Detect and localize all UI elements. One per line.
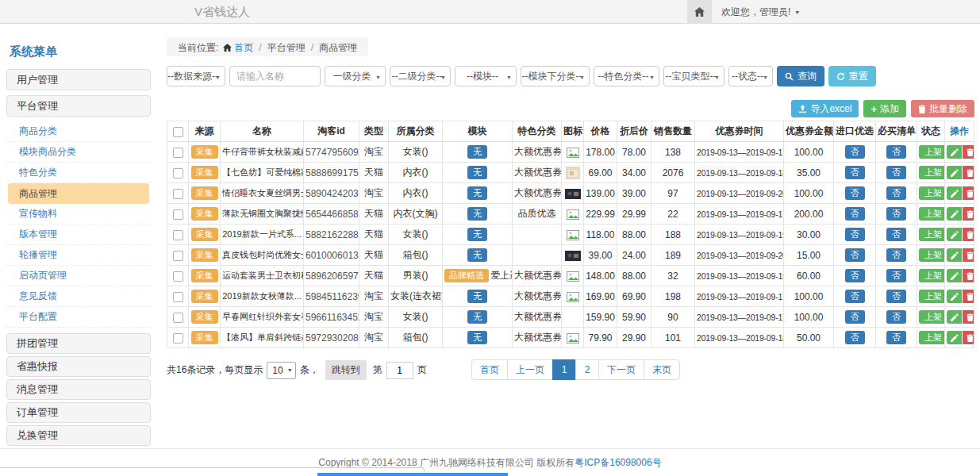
- row-checkbox[interactable]: [173, 230, 183, 240]
- edit-button[interactable]: [947, 207, 962, 221]
- edit-button[interactable]: [947, 310, 962, 324]
- jump-button[interactable]: 跳转到: [325, 360, 367, 380]
- sidebar-group[interactable]: 订单管理: [6, 402, 151, 423]
- filter-select[interactable]: --模块--▼: [455, 66, 517, 86]
- row-checkbox[interactable]: [173, 333, 183, 344]
- filter-select[interactable]: --模块下分类--▼: [521, 66, 590, 86]
- delete-button[interactable]: [963, 290, 974, 303]
- row-checkbox[interactable]: [173, 292, 183, 302]
- edit-button[interactable]: [947, 269, 962, 282]
- status-on-shelf-button[interactable]: 上架: [919, 248, 945, 262]
- import-select-toggle[interactable]: 否: [845, 166, 865, 179]
- status-on-shelf-button[interactable]: 上架: [919, 145, 945, 159]
- import-select-toggle[interactable]: 否: [845, 207, 865, 221]
- sidebar-subitem[interactable]: 版本管理: [6, 225, 151, 245]
- import-select-toggle[interactable]: 否: [845, 290, 865, 303]
- sidebar-group[interactable]: 省惠快报: [6, 356, 151, 377]
- filter-select[interactable]: --特色分类--▼: [594, 66, 659, 86]
- edit-button[interactable]: [947, 145, 962, 159]
- status-on-shelf-button[interactable]: 上架: [919, 207, 945, 221]
- delete-button[interactable]: [963, 228, 974, 241]
- delete-button[interactable]: [963, 207, 974, 221]
- filter-select[interactable]: --状态--▼: [728, 66, 773, 86]
- filter-select[interactable]: --宝贝类型--▼: [663, 66, 724, 86]
- edit-button[interactable]: [947, 228, 962, 241]
- must-buy-toggle[interactable]: 否: [886, 207, 906, 221]
- edit-button[interactable]: [947, 186, 962, 200]
- import-select-toggle[interactable]: 否: [845, 145, 865, 159]
- delete-button[interactable]: [963, 331, 974, 344]
- pager-page-2[interactable]: 2: [575, 359, 599, 380]
- user-menu[interactable]: 欢迎您，管理员! ▼: [721, 6, 800, 19]
- sidebar-subitem[interactable]: 平台配置: [6, 307, 151, 328]
- page-number-input[interactable]: [386, 362, 413, 379]
- edit-button[interactable]: [947, 331, 962, 344]
- sidebar-subitem[interactable]: 模块商品分类: [6, 142, 151, 163]
- delete-button[interactable]: [963, 145, 974, 159]
- filter-select[interactable]: --数据来源--▼: [167, 66, 225, 86]
- status-on-shelf-button[interactable]: 上架: [919, 186, 945, 200]
- must-buy-toggle[interactable]: 否: [886, 290, 906, 303]
- row-checkbox[interactable]: [173, 148, 183, 158]
- status-on-shelf-button[interactable]: 上架: [919, 269, 945, 282]
- filter-select[interactable]: --二级分类--▼: [390, 66, 451, 86]
- delete-button[interactable]: [963, 186, 974, 200]
- row-checkbox[interactable]: [173, 313, 183, 323]
- must-buy-toggle[interactable]: 否: [886, 248, 906, 262]
- sidebar-subitem[interactable]: 轮播管理: [6, 245, 151, 266]
- pager-next[interactable]: 下一页: [598, 359, 644, 380]
- import-select-toggle[interactable]: 否: [845, 186, 865, 200]
- delete-button[interactable]: [963, 269, 974, 282]
- sidebar-subitem[interactable]: 宣传物料: [6, 204, 151, 225]
- home-button[interactable]: [687, 0, 712, 24]
- must-buy-toggle[interactable]: 否: [886, 186, 906, 200]
- status-on-shelf-button[interactable]: 上架: [919, 310, 945, 324]
- search-button[interactable]: 查询: [777, 66, 824, 86]
- row-checkbox[interactable]: [173, 251, 183, 261]
- sidebar-subitem[interactable]: 特色分类: [6, 163, 151, 183]
- row-checkbox[interactable]: [173, 168, 183, 178]
- delete-button[interactable]: [963, 166, 974, 179]
- breadcrumb-home-link[interactable]: 首页: [234, 42, 253, 53]
- import-select-toggle[interactable]: 否: [845, 228, 865, 241]
- import-select-toggle[interactable]: 否: [845, 310, 865, 324]
- pager-page-1[interactable]: 1: [552, 359, 576, 380]
- per-page-select[interactable]: 10 ▼: [267, 362, 295, 379]
- status-on-shelf-button[interactable]: 上架: [919, 331, 945, 344]
- must-buy-toggle[interactable]: 否: [886, 269, 906, 282]
- name-search-input[interactable]: [229, 66, 321, 86]
- must-buy-toggle[interactable]: 否: [886, 145, 906, 159]
- import-select-toggle[interactable]: 否: [845, 248, 865, 262]
- edit-button[interactable]: [947, 166, 962, 179]
- icp-link[interactable]: 粤ICP备16098006号: [575, 456, 661, 470]
- select-all-checkbox[interactable]: [173, 127, 183, 137]
- bulk-delete-button[interactable]: 批量删除: [911, 100, 974, 117]
- import-select-toggle[interactable]: 否: [845, 269, 865, 282]
- sidebar-group[interactable]: 消息管理: [6, 379, 151, 400]
- sidebar-group[interactable]: 拼团管理: [6, 333, 151, 354]
- sidebar-group[interactable]: 平台管理: [6, 95, 151, 117]
- pager-last[interactable]: 末页: [644, 359, 680, 380]
- sidebar-group[interactable]: 用户管理: [6, 69, 151, 90]
- sidebar-group[interactable]: 兑换管理: [6, 425, 151, 446]
- row-checkbox[interactable]: [173, 271, 183, 282]
- sidebar-subitem[interactable]: 意见反馈: [6, 286, 151, 307]
- row-checkbox[interactable]: [173, 209, 183, 220]
- edit-button[interactable]: [947, 248, 962, 262]
- delete-button[interactable]: [963, 310, 974, 324]
- status-on-shelf-button[interactable]: 上架: [919, 290, 945, 303]
- must-buy-toggle[interactable]: 否: [886, 228, 906, 241]
- sidebar-subitem[interactable]: 商品管理: [8, 183, 149, 204]
- pager-first[interactable]: 首页: [471, 359, 508, 380]
- import-excel-button[interactable]: 导入excel: [791, 100, 859, 117]
- reset-button[interactable]: 重置: [828, 66, 876, 86]
- edit-button[interactable]: [947, 290, 962, 303]
- must-buy-toggle[interactable]: 否: [886, 166, 906, 179]
- pager-prev[interactable]: 上一页: [507, 359, 553, 380]
- add-button[interactable]: + 添加: [863, 100, 906, 117]
- sidebar-subitem[interactable]: 商品分类: [6, 121, 151, 142]
- must-buy-toggle[interactable]: 否: [886, 331, 906, 344]
- delete-button[interactable]: [963, 248, 974, 262]
- filter-select[interactable]: 一级分类▼: [325, 66, 386, 86]
- status-on-shelf-button[interactable]: 上架: [919, 166, 945, 179]
